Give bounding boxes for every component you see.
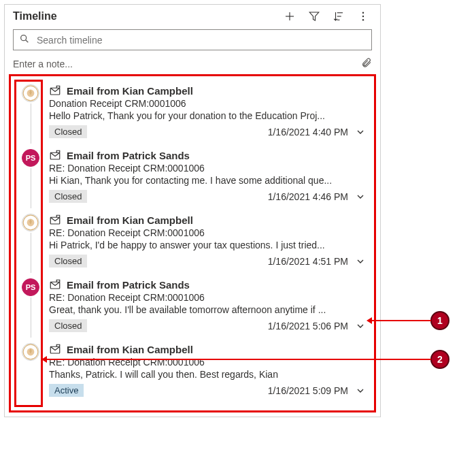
svg-point-8: [362, 19, 364, 20]
avatar-column: PS: [16, 278, 45, 338]
mail-icon: [49, 214, 61, 226]
item-subject: RE: Donation Receipt CRM:0001006: [49, 292, 366, 303]
title-row: Email from Kian Campbell: [49, 214, 366, 226]
item-title: Email from Patrick Sands: [67, 150, 190, 161]
svg-point-7: [362, 16, 364, 17]
timeline-item[interactable]: Email from Kian CampbellRE: Donation Rec…: [16, 211, 369, 276]
status-badge: Closed: [49, 255, 87, 267]
item-title: Email from Patrick Sands: [67, 279, 190, 291]
chevron-down-icon[interactable]: [355, 256, 366, 267]
timeline-connector: [31, 103, 31, 144]
item-footer: Closed1/16/2021 5:06 PM: [49, 319, 366, 332]
note-row[interactable]: Enter a note...: [5, 54, 380, 74]
status-badge: Closed: [49, 319, 87, 332]
avatar: [22, 214, 39, 231]
avatar: [22, 343, 39, 361]
status-badge: Closed: [49, 125, 87, 138]
item-title: Email from Kian Campbell: [67, 85, 193, 97]
mail-icon: [49, 149, 61, 161]
timeline-connector: [31, 297, 31, 338]
item-preview: Great, thank you. I'll be available tomo…: [49, 304, 348, 315]
item-footer: Closed1/16/2021 4:46 PM: [49, 190, 366, 203]
timeline-connector: [31, 168, 31, 208]
status-badge: Active: [49, 384, 84, 397]
avatar: PS: [22, 149, 39, 167]
item-subject: RE: Donation Receipt CRM:0001006: [49, 163, 366, 174]
timestamp: 1/16/2021 4:46 PM: [268, 191, 348, 202]
svg-point-9: [21, 35, 27, 41]
callout-badge-1: 1: [430, 311, 449, 330]
avatar: PS: [22, 278, 39, 296]
item-footer: Closed1/16/2021 4:40 PM: [49, 125, 366, 138]
mail-icon: [49, 84, 61, 97]
timestamp: 1/16/2021 4:40 PM: [268, 127, 348, 137]
attachment-icon[interactable]: [361, 57, 372, 70]
item-footer: Active1/16/2021 5:09 PM: [49, 384, 366, 397]
item-preview: Hi Patrick, I'd be happy to answer your …: [49, 240, 348, 250]
chevron-down-icon[interactable]: [355, 191, 366, 202]
mail-icon: [49, 278, 61, 291]
timestamp: 1/16/2021 5:06 PM: [268, 321, 348, 331]
timestamp: 1/16/2021 5:09 PM: [268, 385, 348, 396]
add-icon[interactable]: [284, 10, 296, 22]
svg-line-10: [26, 40, 29, 43]
callout-badge-2: 2: [430, 350, 449, 369]
title-row: Email from Patrick Sands: [49, 149, 366, 161]
chevron-down-icon[interactable]: [355, 385, 366, 396]
item-content: Email from Kian CampbellRE: Donation Rec…: [45, 214, 369, 273]
title-row: Email from Patrick Sands: [49, 278, 366, 291]
more-icon[interactable]: [357, 10, 369, 22]
item-subject: RE: Donation Receipt CRM:0001006: [49, 227, 366, 238]
item-title: Email from Kian Campbell: [67, 214, 193, 226]
item-content: Email from Patrick SandsRE: Donation Rec…: [45, 278, 369, 338]
callout-2: 2: [44, 350, 449, 369]
status-badge: Closed: [49, 190, 87, 203]
header-actions: [284, 10, 372, 22]
page-title: Timeline: [13, 10, 284, 22]
timeline-item[interactable]: PSEmail from Patrick SandsRE: Donation R…: [16, 276, 369, 340]
callout-arrow: [369, 320, 431, 321]
timeline-header: Timeline: [5, 5, 380, 25]
timeline-connector: [31, 233, 31, 273]
timeline-item[interactable]: PSEmail from Patrick SandsRE: Donation R…: [16, 146, 369, 211]
callout-arrow: [44, 359, 431, 360]
avatar-column: [16, 84, 45, 144]
search-input[interactable]: [35, 34, 366, 46]
sort-icon[interactable]: [333, 10, 345, 22]
search-icon: [19, 33, 30, 46]
item-preview: Thanks, Patrick. I will call you then. B…: [49, 369, 348, 380]
title-row: Email from Kian Campbell: [49, 84, 366, 97]
avatar-column: PS: [16, 149, 45, 208]
item-content: Email from Patrick SandsRE: Donation Rec…: [45, 149, 369, 208]
timestamp: 1/16/2021 4:51 PM: [268, 256, 348, 267]
item-preview: Hi Kian, Thank you for contacting me. I …: [49, 175, 348, 186]
callout-1: 1: [369, 311, 449, 330]
item-content: Email from Kian CampbellDonation Receipt…: [45, 84, 369, 144]
avatar: [22, 84, 39, 102]
search-box[interactable]: [13, 29, 372, 50]
item-footer: Closed1/16/2021 4:51 PM: [49, 255, 366, 267]
note-placeholder: Enter a note...: [13, 59, 361, 69]
svg-marker-2: [309, 12, 319, 20]
chevron-down-icon[interactable]: [355, 127, 366, 137]
filter-icon[interactable]: [308, 10, 320, 22]
item-subject: Donation Receipt CRM:0001006: [49, 98, 366, 109]
avatar-column: [16, 343, 45, 402]
avatar-column: [16, 214, 45, 273]
timeline-item[interactable]: Email from Kian CampbellDonation Receipt…: [16, 82, 369, 146]
svg-point-6: [362, 12, 364, 14]
item-preview: Hello Patrick, Thank you for your donati…: [49, 110, 348, 121]
